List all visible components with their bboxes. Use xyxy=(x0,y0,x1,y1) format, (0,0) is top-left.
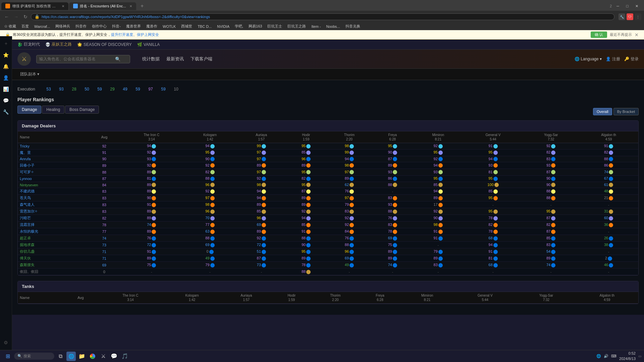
security-confirm-button[interactable]: 确 认 xyxy=(591,32,607,38)
player-name-cell[interactable]: 依旧、依旧 xyxy=(18,268,88,275)
player-name-cell[interactable]: 傅天伙 xyxy=(18,255,88,262)
boss-score-cell: 89 xyxy=(285,162,327,169)
player-name-cell[interactable]: 污暗芒 xyxy=(18,215,88,222)
security-dismiss-button[interactable]: 最近不再提示 xyxy=(610,32,632,37)
security-banner-close[interactable]: ✕ xyxy=(635,32,639,38)
bookmark-item[interactable]: Item - xyxy=(310,24,322,29)
security-protect-link[interactable]: 保护上网安全 xyxy=(137,33,159,37)
player-name-cell[interactable]: 可可罗✧ xyxy=(18,169,88,176)
language-button[interactable]: 🌐 Language ▾ xyxy=(575,57,602,61)
header-search[interactable]: 🔍 xyxy=(36,55,130,63)
header-nav-news[interactable]: 最新资讯 xyxy=(166,56,184,62)
url-input[interactable] xyxy=(42,15,611,19)
sidebar-icon-bell[interactable]: 🔔 xyxy=(1,62,11,71)
tab-healing[interactable]: Healing xyxy=(42,106,64,114)
bookmark-douyin2[interactable]: 抖音- xyxy=(111,23,122,29)
col-avg: Avg xyxy=(88,131,120,143)
player-name-cell[interactable]: 魔、里 xyxy=(18,149,88,156)
player-name-cell[interactable]: 苍天鸟 xyxy=(18,195,88,201)
header-nav-stats[interactable]: 统计数据 xyxy=(142,56,160,62)
player-name-cell[interactable]: 不建武德 xyxy=(18,188,88,195)
site-nav-vanilla[interactable]: 🌿 VANILLA xyxy=(137,42,160,47)
bookmark-creator[interactable]: 创作中心 xyxy=(91,23,108,29)
player-name-cell[interactable]: Anrufa xyxy=(18,156,88,162)
bookmark-xueqiu[interactable]: 学吧, xyxy=(233,23,245,29)
player-name-cell[interactable]: 雷恩加尔✧ xyxy=(18,208,88,215)
class-icon xyxy=(350,216,354,221)
back-button[interactable]: ← xyxy=(3,13,11,21)
player-name-cell[interactable]: 超正卓 xyxy=(18,235,88,242)
class-icon xyxy=(306,144,311,148)
tab2-close[interactable]: ✕ xyxy=(129,4,132,8)
bookmark-jukeng1[interactable]: 巨坑王士 xyxy=(266,23,283,29)
sidebar-icon-chat[interactable]: 💬 xyxy=(1,96,11,105)
site-nav-dragon-age[interactable]: 🐉 巨龙时代 xyxy=(17,42,40,47)
close-window-button[interactable]: ✕ xyxy=(633,3,640,9)
bookmark-douyin1[interactable]: 抖音作 xyxy=(74,23,88,29)
bookmark-douyin3[interactable]: 抖音兑换 xyxy=(344,23,362,29)
bookmark-noobs[interactable]: Noobs... xyxy=(325,24,341,29)
player-name-cell[interactable]: 森气道人 xyxy=(18,201,88,208)
player-name-cell[interactable]: 掘地求森 xyxy=(18,242,88,248)
boss-score-cell: 79 xyxy=(183,262,237,268)
site-nav-sod[interactable]: 🌟 SEASON OF DISCOVERY xyxy=(77,42,132,47)
sidebar-icon-tools[interactable]: 🔧 xyxy=(1,107,11,117)
player-name-cell[interactable]: 流霜言择 xyxy=(18,222,88,228)
extension-icon-1[interactable]: 🔧 xyxy=(619,13,625,20)
address-bar[interactable]: 🔒 xyxy=(31,13,614,20)
tanks-table-scroll[interactable]: Name Avg The Iron C 3:14 Kologarn 1:42 xyxy=(18,292,638,304)
bookmark-wb[interactable]: 网络神兵 xyxy=(54,23,71,29)
login-button[interactable]: 🔑 登录 xyxy=(624,56,639,62)
player-name-cell[interactable]: Nintyseven xyxy=(18,182,88,188)
ranking-btn-overall[interactable]: Overall xyxy=(593,108,612,115)
player-name-cell[interactable]: 永恒的极光 xyxy=(18,228,88,235)
header-search-input[interactable] xyxy=(39,57,113,61)
tab-boss-damage[interactable]: Boss Damage xyxy=(65,106,99,114)
bookmark-jukeng2[interactable]: 巨坑王之路 xyxy=(286,23,307,29)
browser-tab-2[interactable]: 排名 - Encounters (All Enc... ✕ xyxy=(69,2,136,10)
sidebar-icon-chart[interactable]: 📊 xyxy=(1,84,11,94)
sidebar-icon-add[interactable]: ＋ xyxy=(1,39,11,48)
sidebar-icon-star[interactable]: ⭐ xyxy=(1,50,11,60)
bookmark-wow2[interactable]: 魔兽作 xyxy=(145,23,159,29)
bookmark-wotlk[interactable]: WOTLK xyxy=(161,24,177,29)
maximize-button[interactable]: □ xyxy=(624,3,631,9)
sidebar-icon-user[interactable]: 👤 xyxy=(1,73,11,82)
header-search-button[interactable]: 🔍 xyxy=(115,57,121,62)
player-name-cell[interactable]: 森斯摆失 xyxy=(18,262,88,268)
bookmark-xicheng[interactable]: 西城世 xyxy=(180,23,194,29)
bookmark-tbc[interactable]: TBC D... xyxy=(196,24,213,29)
new-tab-button[interactable]: + xyxy=(138,2,146,10)
bookmark-baidu[interactable]: 百度 xyxy=(20,23,30,29)
extension-icon-3[interactable]: ⋮ xyxy=(635,13,641,20)
damage-dealers-table-scroll[interactable]: Name Avg The Iron C 3:14 Kologarn 1:42 xyxy=(18,131,638,275)
class-icon xyxy=(551,256,555,261)
forward-button[interactable]: → xyxy=(12,13,20,21)
ranking-btn-by-bracket[interactable]: By Bracket xyxy=(613,108,639,115)
site-nav-lich-king[interactable]: 💀 巫妖王之路 xyxy=(45,42,72,47)
class-icon xyxy=(210,223,215,227)
browser-tab-1[interactable]: 增强 萨满祭司 加权伤害 排行 ✕ xyxy=(1,2,68,10)
security-speed-link[interactable]: 提升打开速度 xyxy=(111,33,133,37)
minimize-button[interactable]: ─ xyxy=(614,3,621,9)
reload-button[interactable]: ↻ xyxy=(21,13,30,21)
bookmark-163[interactable]: 网易163 xyxy=(247,23,263,29)
bookmark-nvidia[interactable]: NVIDIA xyxy=(216,24,231,29)
tab-damage[interactable]: Damage xyxy=(17,106,41,114)
bookmark-favorites[interactable]: ☆ 收藏 xyxy=(3,23,17,29)
secondary-nav-raids[interactable]: 团队副本 ▾ xyxy=(17,70,42,78)
extension-icon-2[interactable]: 🛡 xyxy=(627,13,633,20)
player-name-cell[interactable]: 回春小子 xyxy=(18,162,88,169)
bookmark-warcraf[interactable]: Warcraf... xyxy=(33,24,51,29)
player-name-cell[interactable]: Lynnoo xyxy=(18,176,88,182)
boss-score-cell: 68 xyxy=(463,262,523,268)
register-button[interactable]: 👤 注册 xyxy=(606,56,620,62)
player-name-cell[interactable]: 你切几盏 xyxy=(18,248,88,255)
header-nav-download[interactable]: 下载客户端 xyxy=(191,56,212,62)
boss-score-cell: 93 xyxy=(372,169,413,176)
tab1-close[interactable]: ✕ xyxy=(62,4,64,8)
bookmark-wow1[interactable]: 魔兽世界 xyxy=(125,23,142,29)
boss-score-cell: 72 xyxy=(237,242,285,248)
class-icon xyxy=(306,189,311,194)
player-name-cell[interactable]: Tricky xyxy=(18,143,88,149)
